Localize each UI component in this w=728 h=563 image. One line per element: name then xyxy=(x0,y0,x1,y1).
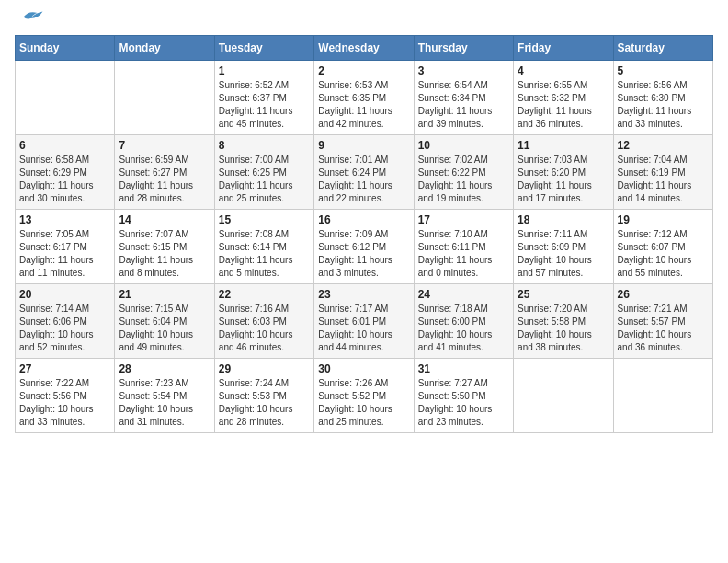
day-number: 10 xyxy=(418,139,509,152)
weekday-header-wednesday: Wednesday xyxy=(314,36,414,61)
weekday-header-saturday: Saturday xyxy=(613,36,712,61)
calendar-cell: 25Sunrise: 7:20 AM Sunset: 5:58 PM Dayli… xyxy=(514,284,613,359)
calendar-cell: 12Sunrise: 7:04 AM Sunset: 6:19 PM Dayli… xyxy=(613,135,712,210)
weekday-header-friday: Friday xyxy=(514,36,613,61)
day-number: 27 xyxy=(19,362,110,375)
day-number: 3 xyxy=(418,64,509,77)
day-number: 30 xyxy=(318,362,409,375)
calendar-cell: 5Sunrise: 6:56 AM Sunset: 6:30 PM Daylig… xyxy=(613,61,712,135)
day-info: Sunrise: 7:20 AM Sunset: 5:58 PM Dayligh… xyxy=(518,303,609,354)
calendar-cell: 22Sunrise: 7:16 AM Sunset: 6:03 PM Dayli… xyxy=(214,284,313,359)
day-number: 18 xyxy=(518,213,609,226)
calendar-cell: 7Sunrise: 6:59 AM Sunset: 6:27 PM Daylig… xyxy=(115,135,214,210)
day-info: Sunrise: 6:59 AM Sunset: 6:27 PM Dayligh… xyxy=(119,154,210,205)
calendar-week-3: 13Sunrise: 7:05 AM Sunset: 6:17 PM Dayli… xyxy=(16,210,713,284)
calendar-cell: 21Sunrise: 7:15 AM Sunset: 6:04 PM Dayli… xyxy=(115,284,214,359)
day-number: 19 xyxy=(618,213,709,226)
calendar-cell: 2Sunrise: 6:53 AM Sunset: 6:35 PM Daylig… xyxy=(314,61,414,135)
day-number: 29 xyxy=(219,362,310,375)
calendar-cell xyxy=(514,359,613,433)
day-number: 12 xyxy=(618,139,709,152)
day-number: 24 xyxy=(418,288,509,301)
day-info: Sunrise: 7:03 AM Sunset: 6:20 PM Dayligh… xyxy=(518,154,609,205)
day-info: Sunrise: 7:14 AM Sunset: 6:06 PM Dayligh… xyxy=(19,303,110,354)
calendar-cell: 30Sunrise: 7:26 AM Sunset: 5:52 PM Dayli… xyxy=(314,359,414,433)
day-number: 2 xyxy=(318,64,409,77)
day-number: 4 xyxy=(518,64,609,77)
day-number: 26 xyxy=(618,288,709,301)
day-info: Sunrise: 7:09 AM Sunset: 6:12 PM Dayligh… xyxy=(318,228,409,280)
day-info: Sunrise: 7:23 AM Sunset: 5:54 PM Dayligh… xyxy=(119,377,210,429)
day-info: Sunrise: 7:16 AM Sunset: 6:03 PM Dayligh… xyxy=(219,303,310,354)
calendar-cell xyxy=(115,61,214,135)
day-info: Sunrise: 7:02 AM Sunset: 6:22 PM Dayligh… xyxy=(418,154,509,205)
day-info: Sunrise: 7:17 AM Sunset: 6:01 PM Dayligh… xyxy=(318,303,409,354)
calendar-week-2: 6Sunrise: 6:58 AM Sunset: 6:29 PM Daylig… xyxy=(16,135,713,210)
day-number: 15 xyxy=(219,213,310,226)
calendar-cell: 20Sunrise: 7:14 AM Sunset: 6:06 PM Dayli… xyxy=(16,284,115,359)
calendar-cell: 27Sunrise: 7:22 AM Sunset: 5:56 PM Dayli… xyxy=(16,359,115,433)
calendar-cell: 29Sunrise: 7:24 AM Sunset: 5:53 PM Dayli… xyxy=(214,359,313,433)
logo xyxy=(15,15,44,24)
calendar-cell: 15Sunrise: 7:08 AM Sunset: 6:14 PM Dayli… xyxy=(214,210,313,284)
day-info: Sunrise: 7:11 AM Sunset: 6:09 PM Dayligh… xyxy=(518,228,609,280)
day-number: 1 xyxy=(219,64,310,77)
day-number: 16 xyxy=(318,213,409,226)
day-number: 9 xyxy=(318,139,409,152)
day-number: 21 xyxy=(119,288,210,301)
day-number: 11 xyxy=(518,139,609,152)
day-number: 13 xyxy=(19,213,110,226)
calendar-cell: 19Sunrise: 7:12 AM Sunset: 6:07 PM Dayli… xyxy=(613,210,712,284)
day-info: Sunrise: 7:12 AM Sunset: 6:07 PM Dayligh… xyxy=(618,228,709,280)
calendar-week-5: 27Sunrise: 7:22 AM Sunset: 5:56 PM Dayli… xyxy=(16,359,713,433)
day-number: 5 xyxy=(618,64,709,77)
day-number: 6 xyxy=(19,139,110,152)
calendar-cell xyxy=(613,359,712,433)
calendar-cell: 1Sunrise: 6:52 AM Sunset: 6:37 PM Daylig… xyxy=(214,61,313,135)
weekday-header-sunday: Sunday xyxy=(16,36,115,61)
day-info: Sunrise: 7:04 AM Sunset: 6:19 PM Dayligh… xyxy=(618,154,709,205)
day-info: Sunrise: 6:52 AM Sunset: 6:37 PM Dayligh… xyxy=(219,79,310,131)
calendar-cell: 11Sunrise: 7:03 AM Sunset: 6:20 PM Dayli… xyxy=(514,135,613,210)
day-info: Sunrise: 7:27 AM Sunset: 5:50 PM Dayligh… xyxy=(418,377,509,429)
day-number: 20 xyxy=(19,288,110,301)
day-info: Sunrise: 6:53 AM Sunset: 6:35 PM Dayligh… xyxy=(318,79,409,131)
calendar-cell xyxy=(16,61,115,135)
calendar-cell: 13Sunrise: 7:05 AM Sunset: 6:17 PM Dayli… xyxy=(16,210,115,284)
day-info: Sunrise: 7:21 AM Sunset: 5:57 PM Dayligh… xyxy=(618,303,709,354)
day-info: Sunrise: 7:24 AM Sunset: 5:53 PM Dayligh… xyxy=(219,377,310,429)
day-info: Sunrise: 7:15 AM Sunset: 6:04 PM Dayligh… xyxy=(119,303,210,354)
day-info: Sunrise: 6:55 AM Sunset: 6:32 PM Dayligh… xyxy=(518,79,609,131)
logo-bird-icon xyxy=(17,7,44,24)
weekday-header-tuesday: Tuesday xyxy=(214,36,313,61)
calendar-cell: 24Sunrise: 7:18 AM Sunset: 6:00 PM Dayli… xyxy=(414,284,513,359)
weekday-header-monday: Monday xyxy=(115,36,214,61)
day-info: Sunrise: 7:01 AM Sunset: 6:24 PM Dayligh… xyxy=(318,154,409,205)
calendar-cell: 31Sunrise: 7:27 AM Sunset: 5:50 PM Dayli… xyxy=(414,359,513,433)
calendar-table: SundayMondayTuesdayWednesdayThursdayFrid… xyxy=(15,35,713,433)
calendar-week-1: 1Sunrise: 6:52 AM Sunset: 6:37 PM Daylig… xyxy=(16,61,713,135)
day-number: 14 xyxy=(119,213,210,226)
calendar-cell: 14Sunrise: 7:07 AM Sunset: 6:15 PM Dayli… xyxy=(115,210,214,284)
day-info: Sunrise: 7:00 AM Sunset: 6:25 PM Dayligh… xyxy=(219,154,310,205)
day-number: 7 xyxy=(119,139,210,152)
day-number: 17 xyxy=(418,213,509,226)
calendar-cell: 4Sunrise: 6:55 AM Sunset: 6:32 PM Daylig… xyxy=(514,61,613,135)
calendar-cell: 16Sunrise: 7:09 AM Sunset: 6:12 PM Dayli… xyxy=(314,210,414,284)
day-number: 28 xyxy=(119,362,210,375)
day-info: Sunrise: 6:56 AM Sunset: 6:30 PM Dayligh… xyxy=(618,79,709,131)
weekday-header-row: SundayMondayTuesdayWednesdayThursdayFrid… xyxy=(16,36,713,61)
day-info: Sunrise: 7:10 AM Sunset: 6:11 PM Dayligh… xyxy=(418,228,509,280)
day-info: Sunrise: 7:22 AM Sunset: 5:56 PM Dayligh… xyxy=(19,377,110,429)
day-number: 8 xyxy=(219,139,310,152)
day-info: Sunrise: 6:58 AM Sunset: 6:29 PM Dayligh… xyxy=(19,154,110,205)
day-info: Sunrise: 7:07 AM Sunset: 6:15 PM Dayligh… xyxy=(119,228,210,280)
calendar-cell: 23Sunrise: 7:17 AM Sunset: 6:01 PM Dayli… xyxy=(314,284,414,359)
day-info: Sunrise: 6:54 AM Sunset: 6:34 PM Dayligh… xyxy=(418,79,509,131)
calendar-cell: 6Sunrise: 6:58 AM Sunset: 6:29 PM Daylig… xyxy=(16,135,115,210)
calendar-cell: 28Sunrise: 7:23 AM Sunset: 5:54 PM Dayli… xyxy=(115,359,214,433)
calendar-cell: 8Sunrise: 7:00 AM Sunset: 6:25 PM Daylig… xyxy=(214,135,313,210)
day-number: 22 xyxy=(219,288,310,301)
weekday-header-thursday: Thursday xyxy=(414,36,513,61)
day-number: 31 xyxy=(418,362,509,375)
